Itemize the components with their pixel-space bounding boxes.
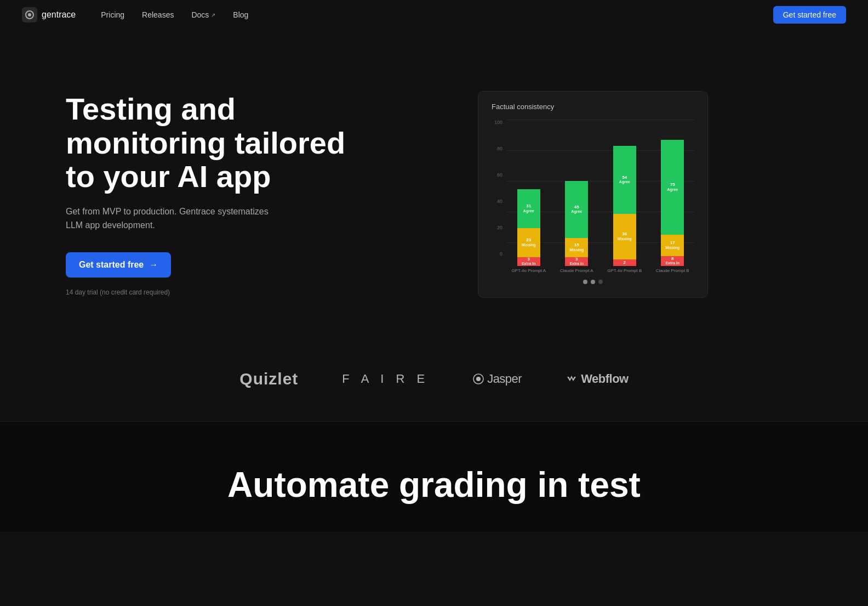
seg-agree-3: 54Agree xyxy=(613,146,636,214)
nav-pricing[interactable]: Pricing xyxy=(93,7,132,22)
nav-blog[interactable]: Blog xyxy=(225,7,256,22)
bottom-title: Automate grading in test xyxy=(22,466,846,504)
logo-icon xyxy=(22,7,37,22)
external-link-icon: ↗ xyxy=(211,12,215,18)
chart-y-axis: 0 20 40 60 80 100 xyxy=(492,120,502,273)
seg-missing-1: 23Missing xyxy=(517,228,540,257)
logo-webflow: Webflow xyxy=(566,372,629,386)
faire-text: F A I R E xyxy=(342,372,429,386)
bar-stack-1: 3Extra In 23Missing 31Agree xyxy=(517,140,540,266)
chart-bars-area: 3Extra In 23Missing 31Agree xyxy=(507,120,694,273)
seg-missing-4: 17Missing xyxy=(661,235,684,256)
bar-stack-2: 3Extra In 15Missing 45Agree xyxy=(565,140,588,266)
trial-text: 14 day trial (no credit card required) xyxy=(66,288,351,296)
seg-missing-2: 15Missing xyxy=(565,238,588,257)
bar-group-1: 3Extra In 23Missing 31Agree xyxy=(507,120,551,273)
webflow-logo-icon xyxy=(566,373,578,385)
hero-title: Testing and monitoring tailored to your … xyxy=(66,92,351,194)
seg-extra-1: 3Extra In xyxy=(517,257,540,266)
seg-extra-4: 8Extra In xyxy=(661,256,684,266)
webflow-text: Webflow xyxy=(566,372,629,386)
logo-link[interactable]: gentrace xyxy=(22,7,76,22)
y-label-0: 0 xyxy=(492,251,502,257)
logo-text: gentrace xyxy=(42,10,76,20)
logo-faire: F A I R E xyxy=(342,372,429,386)
bar-stack-3: 2 36Missing 54Agree xyxy=(613,140,636,266)
seg-extra-2: 3Extra In xyxy=(565,257,588,266)
chart-card: Factual consistency 0 20 40 60 80 100 xyxy=(478,91,708,298)
chart-bars: 3Extra In 23Missing 31Agree xyxy=(507,120,694,273)
hero-right: Factual consistency 0 20 40 60 80 100 xyxy=(384,91,802,298)
dot-1[interactable] xyxy=(583,280,587,284)
x-label-4: Claude Prompt B xyxy=(656,268,689,273)
bar-group-2: 3Extra In 15Missing 45Agree Claude Promp… xyxy=(555,120,599,273)
bar-group-3: 2 36Missing 54Agree GPT-4o Prompt B xyxy=(603,120,647,273)
dot-3[interactable] xyxy=(598,280,603,284)
seg-agree-4: 75Agree xyxy=(661,140,684,235)
x-label-1: GPT-4o Prompt A xyxy=(511,268,546,273)
y-label-80: 80 xyxy=(492,146,502,151)
logos-section: Quizlet F A I R E Jasper Webflow xyxy=(0,348,868,421)
y-label-100: 100 xyxy=(492,120,502,125)
chart-title: Factual consistency xyxy=(492,103,694,111)
y-label-40: 40 xyxy=(492,199,502,204)
chart-dots xyxy=(492,280,694,284)
nav-releases[interactable]: Releases xyxy=(134,7,181,22)
arrow-icon: → xyxy=(149,260,158,270)
seg-extra-3: 2 xyxy=(613,259,636,266)
hero-left: Testing and monitoring tailored to your … xyxy=(66,92,351,296)
bar-group-4: 8Extra In 17Missing 75Agree Claude Promp… xyxy=(651,120,695,273)
quizlet-text: Quizlet xyxy=(239,370,298,388)
nav-links: Pricing Releases Docs ↗ Blog xyxy=(93,7,773,22)
svg-point-4 xyxy=(476,377,481,381)
y-label-20: 20 xyxy=(492,225,502,230)
y-label-60: 60 xyxy=(492,172,502,178)
hero-section: Testing and monitoring tailored to your … xyxy=(0,30,868,348)
navbar: gentrace Pricing Releases Docs ↗ Blog Ge… xyxy=(0,0,868,30)
logo-jasper: Jasper xyxy=(473,372,522,386)
hero-cta-button[interactable]: Get started free → xyxy=(66,252,171,277)
seg-agree-1: 31Agree xyxy=(517,189,540,228)
jasper-logo-icon xyxy=(473,373,484,384)
seg-missing-3: 36Missing xyxy=(613,214,636,259)
x-label-3: GPT-4o Prompt B xyxy=(607,268,642,273)
bar-stack-4: 8Extra In 17Missing 75Agree xyxy=(661,140,684,266)
logo-quizlet: Quizlet xyxy=(239,370,298,388)
chart-area: 0 20 40 60 80 100 3 xyxy=(492,120,694,273)
nav-docs[interactable]: Docs ↗ xyxy=(184,7,223,22)
dot-2[interactable] xyxy=(591,280,595,284)
x-label-2: Claude Prompt A xyxy=(560,268,593,273)
hero-subtitle: Get from MVP to production. Gentrace sys… xyxy=(66,205,274,233)
svg-point-2 xyxy=(28,13,31,16)
bottom-section: Automate grading in test xyxy=(0,422,868,531)
jasper-text: Jasper xyxy=(473,372,522,386)
seg-agree-2: 45Agree xyxy=(565,181,588,238)
nav-cta-button[interactable]: Get started free xyxy=(773,6,846,24)
